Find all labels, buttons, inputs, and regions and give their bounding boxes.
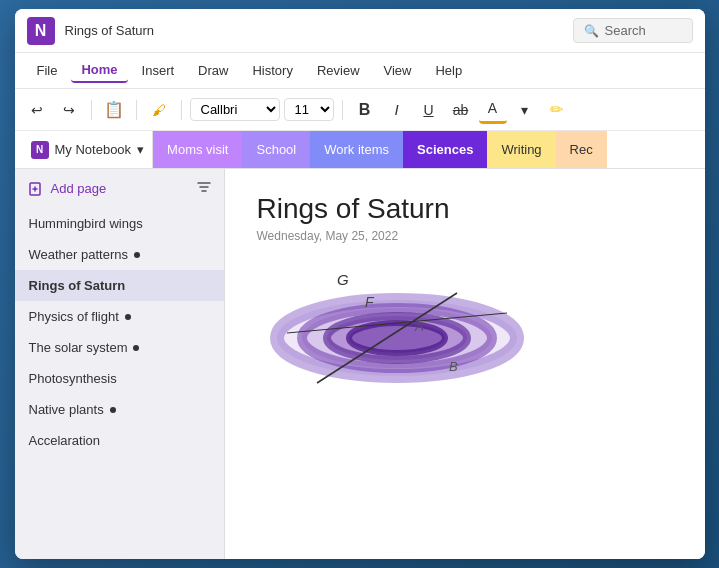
label-b: B [449, 359, 458, 374]
fontcolor-dropdown[interactable]: ▾ [511, 96, 539, 124]
sidebar-item-acceleration[interactable]: Accelaration [15, 425, 224, 456]
redo-button[interactable]: ↪ [55, 96, 83, 124]
search-icon: 🔍 [584, 24, 599, 38]
sidebar-item-photosynthesis[interactable]: Photosynthesis [15, 363, 224, 394]
search-label: Search [605, 23, 646, 38]
highlight-button[interactable]: ✏ [543, 96, 571, 124]
add-page-label: Add page [51, 181, 107, 196]
label-a: A [414, 319, 424, 334]
notebook-icon: N [31, 141, 49, 159]
menu-home[interactable]: Home [71, 58, 127, 83]
sort-button[interactable] [196, 179, 212, 198]
label-g: G [337, 271, 349, 288]
underline-button[interactable]: U [415, 96, 443, 124]
label-f: F [365, 294, 375, 310]
svg-point-4 [349, 323, 445, 353]
add-page-button[interactable]: Add page [27, 180, 107, 198]
search-box[interactable]: 🔍 Search [573, 18, 693, 43]
format-button[interactable]: 🖌 [145, 96, 173, 124]
tab-rec[interactable]: Rec [556, 131, 607, 168]
menu-history[interactable]: History [242, 59, 302, 82]
fontcolor-button[interactable]: A [479, 96, 507, 124]
sidebar-item-rings[interactable]: Rings of Saturn [15, 270, 224, 301]
bold-button[interactable]: B [351, 96, 379, 124]
window-title: Rings of Saturn [65, 23, 573, 38]
unread-dot-4 [110, 407, 116, 413]
font-selector[interactable]: Callbri [190, 98, 280, 121]
sidebar-item-physics[interactable]: Physics of flight [15, 301, 224, 332]
notebook-dropdown-icon: ▾ [137, 142, 144, 157]
notebook-label-text: My Notebook [55, 142, 132, 157]
notebook-selector[interactable]: N My Notebook ▾ [23, 131, 154, 168]
unread-dot-3 [133, 345, 139, 351]
italic-button[interactable]: I [383, 96, 411, 124]
unread-dot-2 [125, 314, 131, 320]
menu-file[interactable]: File [27, 59, 68, 82]
toolbar: ↩ ↪ 📋 🖌 Callbri 11 B I U ab A ▾ ✏ [15, 89, 705, 131]
toolbar-sep-2 [136, 100, 137, 120]
notebook-bar: N My Notebook ▾ Moms visit School Work i… [15, 131, 705, 169]
tab-moms-visit[interactable]: Moms visit [153, 131, 242, 168]
toolbar-sep-1 [91, 100, 92, 120]
tabs-container: Moms visit School Work items Sciences Wr… [153, 131, 696, 168]
page-title: Rings of Saturn [257, 193, 673, 225]
page-content: Rings of Saturn Wednesday, May 25, 2022 [225, 169, 705, 559]
size-selector[interactable]: 11 [284, 98, 334, 121]
tab-work-items[interactable]: Work items [310, 131, 403, 168]
menu-review[interactable]: Review [307, 59, 370, 82]
add-page-icon [27, 180, 45, 198]
title-bar: N Rings of Saturn 🔍 Search [15, 9, 705, 53]
app-window: N Rings of Saturn 🔍 Search File Home Ins… [15, 9, 705, 559]
menu-bar: File Home Insert Draw History Review Vie… [15, 53, 705, 89]
main-content: Add page Hummingbird wings Weather patte… [15, 169, 705, 559]
menu-insert[interactable]: Insert [132, 59, 185, 82]
sidebar: Add page Hummingbird wings Weather patte… [15, 169, 225, 559]
tab-school[interactable]: School [242, 131, 310, 168]
onenote-logo: N [27, 17, 55, 45]
toolbar-sep-4 [342, 100, 343, 120]
unread-dot [134, 252, 140, 258]
rings-svg: G F A B [257, 263, 537, 463]
saturn-diagram: G F A B [257, 263, 517, 463]
paste-button[interactable]: 📋 [100, 96, 128, 124]
tab-sciences[interactable]: Sciences [403, 131, 487, 168]
sidebar-item-solar[interactable]: The solar system [15, 332, 224, 363]
menu-view[interactable]: View [374, 59, 422, 82]
page-date: Wednesday, May 25, 2022 [257, 229, 673, 243]
sidebar-item-nativeplants[interactable]: Native plants [15, 394, 224, 425]
sidebar-item-hummingbird[interactable]: Hummingbird wings [15, 208, 224, 239]
strikethrough-button[interactable]: ab [447, 96, 475, 124]
undo-button[interactable]: ↩ [23, 96, 51, 124]
tab-writing[interactable]: Writing [487, 131, 555, 168]
sidebar-header: Add page [15, 169, 224, 208]
toolbar-sep-3 [181, 100, 182, 120]
menu-draw[interactable]: Draw [188, 59, 238, 82]
menu-help[interactable]: Help [425, 59, 472, 82]
sidebar-item-weather[interactable]: Weather patterns [15, 239, 224, 270]
